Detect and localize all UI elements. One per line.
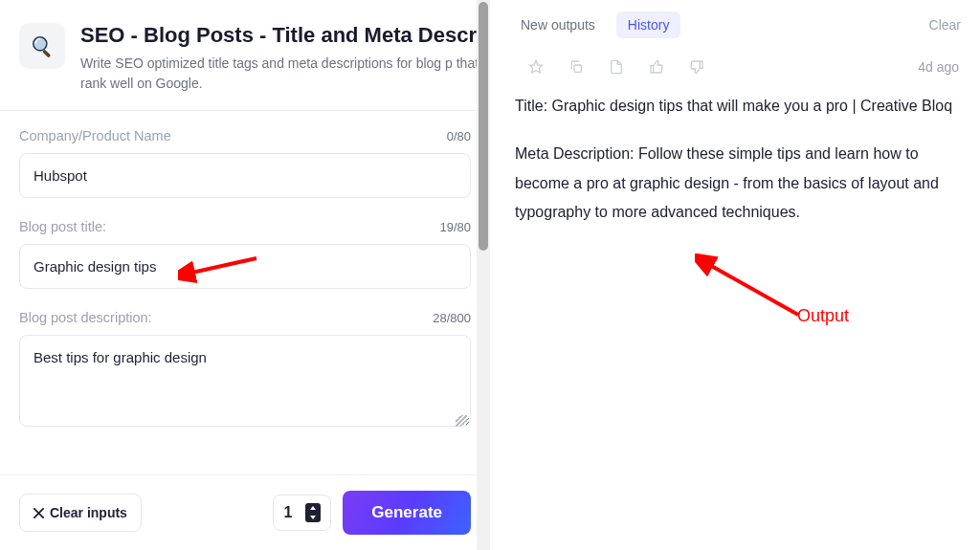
- document-icon[interactable]: [609, 59, 624, 75]
- clear-inputs-label: Clear inputs: [50, 505, 127, 520]
- quantity-stepper[interactable]: 1: [273, 495, 331, 531]
- thumbs-up-icon[interactable]: [649, 59, 664, 75]
- tool-title: SEO - Blog Posts - Title and Meta Descri…: [80, 23, 490, 48]
- tab-new-outputs[interactable]: New outputs: [509, 11, 607, 38]
- output-timestamp: 4d ago: [918, 59, 959, 75]
- tab-history[interactable]: History: [616, 11, 681, 38]
- magnifier-icon: [30, 33, 55, 58]
- company-label: Company/Product Name: [19, 128, 171, 143]
- generate-button[interactable]: Generate: [343, 491, 471, 535]
- blog-desc-count: 28/800: [433, 311, 471, 325]
- blog-desc-input[interactable]: [19, 335, 471, 427]
- blog-desc-label: Blog post description:: [19, 310, 152, 325]
- blog-title-label: Blog post title:: [19, 219, 106, 234]
- input-panel: SEO - Blog Posts - Title and Meta Descri…: [0, 0, 490, 550]
- output-meta-line: Meta Description: Follow these simple ti…: [515, 140, 955, 227]
- tool-subtitle: Write SEO optimized title tags and meta …: [80, 54, 490, 93]
- copy-icon[interactable]: [568, 59, 584, 75]
- company-count: 0/80: [447, 129, 471, 143]
- close-icon: [33, 508, 44, 518]
- quantity-value: 1: [283, 504, 292, 521]
- thumbs-down-icon[interactable]: [689, 59, 704, 75]
- clear-inputs-button[interactable]: Clear inputs: [19, 494, 142, 532]
- company-input[interactable]: [19, 153, 471, 198]
- clear-outputs-button[interactable]: Clear: [929, 17, 961, 33]
- svg-marker-2: [529, 60, 542, 73]
- tool-icon: [19, 23, 65, 69]
- blog-title-input[interactable]: [19, 244, 471, 289]
- output-body: Title: Graphic design tips that will mak…: [490, 84, 980, 266]
- stepper-icon[interactable]: [305, 503, 321, 522]
- blog-title-count: 19/80: [439, 220, 471, 234]
- svg-rect-1: [43, 50, 51, 57]
- scrollbar[interactable]: [477, 0, 490, 550]
- svg-rect-3: [574, 65, 581, 72]
- scroll-thumb[interactable]: [479, 2, 488, 251]
- output-panel: New outputs History Clear 4d ago Title: …: [490, 0, 980, 550]
- star-icon[interactable]: [528, 59, 544, 75]
- output-title-line: Title: Graphic design tips that will mak…: [515, 92, 955, 121]
